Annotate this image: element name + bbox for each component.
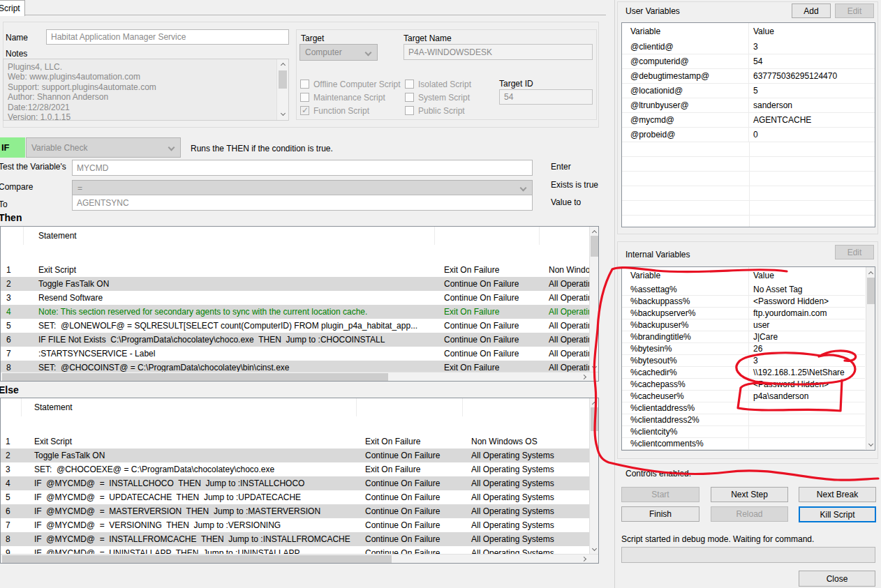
then-table-row[interactable]: 6 IF FILE Not Exists C:\ProgramData\choc… (1, 333, 590, 347)
scroll-right-icon[interactable] (580, 373, 589, 381)
checkbox-icon[interactable] (405, 106, 414, 115)
script-name-value: Habitat Application Manager Service (51, 32, 186, 42)
target-name-input[interactable]: P4A-WINDOWSDESK (404, 44, 593, 60)
checkbox-icon[interactable] (300, 93, 309, 102)
start-button[interactable]: Start (621, 487, 699, 502)
internal-variables-table: Variable Value %assettag% No Asset Tag %… (621, 266, 875, 451)
row-os: All Operating Systems (463, 478, 590, 488)
else-table-row[interactable]: 7 IF @MYCMD@ = VERSIONING THEN Jump to :… (1, 518, 590, 532)
internal-variable-row[interactable]: %clientaddress% (622, 402, 865, 414)
next-break-button[interactable]: Next Break (799, 487, 876, 502)
then-table-row[interactable]: 7 :STARTSYNCSERVICE - Label Continue On … (1, 347, 590, 361)
checkbox-icon[interactable] (405, 80, 414, 89)
internal-variable-row[interactable]: %clientcity% (622, 426, 865, 438)
user-variable-row[interactable]: @computerid@ 54 (622, 54, 875, 69)
else-table-hscrollbar[interactable] (1, 554, 598, 563)
internal-variable-row[interactable]: %bytesout% 3 (622, 355, 865, 367)
else-table-row[interactable]: 1 Exit Script Exit On Failure Non Window… (1, 435, 590, 448)
chevron-down-icon (520, 185, 527, 192)
edit-internal-variable-button[interactable]: Edit (835, 245, 874, 259)
user-variable-row[interactable]: @probeid@ 0 (622, 128, 875, 142)
internal-variable-row[interactable]: %bytesin% 26 (622, 343, 865, 355)
internal-variable-row[interactable]: %clientcomments% (622, 438, 865, 450)
internal-variable-row[interactable]: %clientaddress2% (622, 414, 865, 426)
else-table-row[interactable]: 5 IF @MYCMD@ = UPDATECACHE THEN Jump to … (1, 490, 590, 504)
else-vscroll-thumb[interactable] (591, 407, 598, 431)
reload-button[interactable]: Reload (711, 506, 788, 522)
notes-scrollbar-thumb[interactable] (279, 70, 287, 89)
internal-vscroll-thumb[interactable] (867, 278, 875, 304)
then-table-vscrollbar[interactable] (589, 227, 598, 372)
variable-value: AGENTCACHE (749, 115, 875, 125)
then-table-hscrollbar[interactable] (1, 372, 598, 381)
user-variable-row[interactable]: @mycmd@ AGENTCACHE (622, 113, 875, 128)
target-id-input[interactable]: 54 (499, 89, 593, 105)
else-table-row[interactable]: 4 IF @MYCMD@ = INSTALLCHOCO THEN Jump to… (1, 476, 590, 490)
user-variable-row[interactable]: @clientid@ 3 (622, 40, 875, 54)
script-name-input[interactable]: Habitat Application Manager Service (46, 29, 289, 45)
next-step-button[interactable]: Next Step (711, 487, 788, 502)
checkbox-icon[interactable] (405, 93, 414, 102)
finish-button[interactable]: Finish (621, 506, 699, 522)
row-on-failure: Continue On Failure (357, 506, 463, 516)
else-table-row[interactable]: 8 IF @MYCMD@ = INSTALLFROMCACHE THEN Jum… (1, 532, 590, 546)
debug-command-bar[interactable] (621, 547, 875, 563)
internal-variable-row[interactable]: %backupuser% user (622, 319, 865, 331)
scroll-up-icon[interactable] (279, 60, 288, 68)
row-os: All Operating Systems (463, 520, 590, 530)
then-table-row[interactable]: 3 Resend Software Continue On Failure Al… (1, 291, 590, 305)
scroll-right-icon[interactable] (580, 555, 589, 563)
notes-scrollbar[interactable] (276, 59, 288, 120)
kill-script-button[interactable]: Kill Script (799, 506, 876, 522)
scroll-down-icon[interactable] (279, 110, 288, 118)
compare-select[interactable]: = (72, 180, 533, 196)
internal-variable-row[interactable]: %backupserver% ftp.yourdomain.com (622, 308, 865, 319)
else-table-row[interactable]: 2 Toggle FasTalk ON Continue On Failure … (1, 448, 590, 462)
close-button-label: Close (827, 574, 848, 584)
then-table-row[interactable]: 2 Toggle FasTalk ON Continue On Failure … (1, 277, 590, 291)
internal-variables-scrollbar[interactable] (866, 267, 875, 450)
internal-variable-row[interactable]: %cachedir% \\192.168.1.25\NetShare (622, 367, 865, 379)
condition-type-select[interactable]: Variable Check (26, 137, 181, 158)
internal-variable-row[interactable]: %cachepass% <Password Hidden> (622, 379, 865, 391)
internal-variable-row[interactable]: %backuppass% <Password Hidden> (622, 296, 865, 308)
user-variable-row[interactable]: @debugtimestamp@ 637775036295124470 (622, 69, 875, 84)
edit-button-label: Edit (847, 248, 862, 257)
checkbox-label: Function Script (313, 106, 369, 116)
row-os: All Operating Systems (540, 279, 590, 289)
notes-line: Plugins4, LLC. (8, 62, 284, 72)
row-on-failure: Exit On Failure (435, 363, 540, 372)
notes-box[interactable]: Plugins4, LLC.Web: www.plugins4automatio… (3, 59, 289, 121)
test-variable-input[interactable]: MYCMD (72, 160, 533, 176)
scroll-up-icon[interactable] (590, 227, 599, 235)
add-button[interactable]: Add (792, 3, 831, 18)
else-table-vscrollbar[interactable] (589, 398, 598, 554)
then-table-row[interactable]: 1 Exit Script Exit On Failure Non Window… (1, 263, 590, 277)
user-variable-row[interactable]: @locationid@ 5 (622, 84, 875, 98)
internal-variable-row[interactable]: %assettag% No Asset Tag (622, 284, 865, 296)
then-table-row[interactable]: 4 Note: This section reserved for second… (1, 305, 590, 319)
else-table-row[interactable]: 3 SET: @CHOCOEXE@ = C:\ProgramData\choco… (1, 462, 590, 476)
scroll-down-icon[interactable] (866, 441, 875, 448)
user-variable-row[interactable]: @ltrunbyuser@ sanderson (622, 98, 875, 113)
scroll-up-icon[interactable] (866, 269, 875, 276)
then-hscroll-thumb[interactable] (2, 373, 388, 381)
scroll-down-icon[interactable] (590, 545, 599, 553)
then-vscroll-thumb[interactable] (591, 236, 598, 257)
scroll-up-icon[interactable] (590, 399, 599, 407)
checkbox-icon[interactable] (300, 106, 309, 115)
else-hscroll-thumb[interactable] (2, 555, 392, 563)
internal-variable-row[interactable]: %cacheuser% p4a\sanderson (622, 391, 865, 402)
internal-variable-row[interactable]: %brandingtitle% J|Care (622, 331, 865, 343)
tab-script[interactable]: Script (0, 0, 25, 16)
edit-user-variable-button[interactable]: Edit (835, 3, 874, 18)
else-table-rows: 1 Exit Script Exit On Failure Non Window… (1, 435, 590, 564)
else-table-row[interactable]: 6 IF @MYCMD@ = MASTERVERSION THEN Jump t… (1, 504, 590, 518)
target-select[interactable]: Computer (299, 44, 378, 61)
then-table-row[interactable]: 5 SET: @LONEWOLF@ = SQLRESULT[SELECT cou… (1, 319, 590, 333)
close-button[interactable]: Close (799, 571, 875, 587)
to-input[interactable]: AGENTSYNC (72, 195, 533, 211)
variable-name: @ltrunbyuser@ (622, 98, 749, 112)
scroll-down-icon[interactable] (590, 363, 599, 371)
checkbox-icon[interactable] (300, 80, 309, 89)
